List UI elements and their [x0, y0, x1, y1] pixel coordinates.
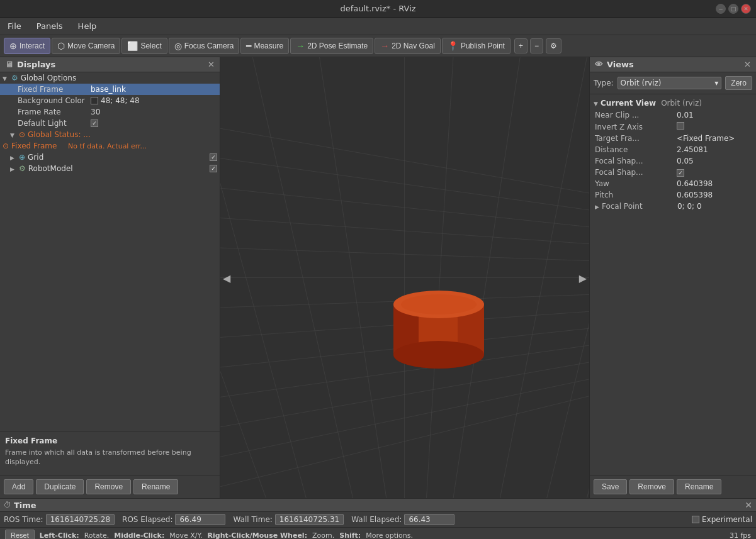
pitch-value: 0.605398 [677, 191, 751, 199]
robot-model-item[interactable]: ⚙ RobotModel ✓ [0, 163, 220, 174]
distance-row[interactable]: Distance 2.45081 [590, 144, 756, 155]
target-frame-row[interactable]: Target Fra... <Fixed Frame> [590, 133, 756, 144]
add-toolbar-button[interactable]: + [514, 38, 528, 53]
2d-nav-icon: → [380, 41, 389, 51]
remove-toolbar-button[interactable]: − [530, 38, 543, 53]
fixed-frame-row[interactable]: Fixed Frame base_link [0, 84, 220, 95]
fixed-frame-value: base_link [91, 85, 217, 94]
move-camera-button[interactable]: ⬡ Move Camera [52, 38, 120, 54]
grid-expand[interactable] [10, 154, 18, 161]
save-view-button[interactable]: Save [594, 479, 627, 494]
yaw-row[interactable]: Yaw 0.640398 [590, 178, 756, 189]
info-title: Fixed Frame [5, 436, 215, 445]
experimental-checkbox[interactable] [692, 516, 699, 523]
focal-shape2-label: Focal Shap... [595, 168, 677, 177]
maximize-button[interactable]: □ [728, 4, 738, 14]
rename-button[interactable]: Rename [133, 479, 178, 494]
2d-pose-button[interactable]: → 2D Pose Estimate [290, 38, 373, 54]
background-color-row[interactable]: Background Color 48; 48; 48 [0, 95, 220, 106]
remove-button[interactable]: Remove [86, 479, 131, 494]
reset-button[interactable]: Reset [5, 530, 35, 539]
focal-shape1-value: 0.05 [677, 157, 751, 165]
views-close-button[interactable]: ✕ [744, 60, 751, 69]
background-color-label: Background Color [3, 96, 91, 105]
viewport-arrow-right[interactable]: ▶ [579, 272, 587, 284]
frame-rate-label: Frame Rate [3, 108, 91, 116]
yaw-label: Yaw [595, 179, 677, 188]
interact-button[interactable]: ⊕ Interact [4, 38, 50, 54]
publish-point-button[interactable]: 📍 Publish Point [442, 38, 511, 54]
timebar-close-button[interactable]: ✕ [745, 500, 752, 510]
displays-close-button[interactable]: ✕ [208, 60, 215, 69]
views-zero-button[interactable]: Zero [725, 76, 752, 90]
fixed-frame-child-icon: ⊙ [3, 142, 9, 150]
measure-button[interactable]: ━ Measure [240, 38, 289, 54]
distance-label: Distance [595, 145, 677, 154]
displays-title: Displays [17, 60, 55, 69]
robot-model-expand[interactable] [10, 165, 18, 172]
menu-help[interactable]: Help [76, 20, 99, 32]
viewport[interactable]: ◀ ▶ [220, 57, 589, 498]
focal-point-expand[interactable] [595, 202, 599, 211]
global-status-item[interactable]: ⊙ Global Status: ... [0, 129, 220, 140]
global-options-item[interactable]: ⚙ Global Options [0, 72, 220, 84]
grid-overlay [220, 57, 589, 498]
ros-elapsed-section: ROS Elapsed: 66.49 [122, 514, 225, 525]
menu-panels[interactable]: Panels [34, 20, 65, 32]
chevron-down-icon: ▾ [714, 79, 718, 87]
wall-elapsed-label: Wall Elapsed: [351, 515, 402, 524]
default-light-row[interactable]: Default Light ✓ [0, 118, 220, 129]
fixed-frame-child-row[interactable]: ⊙ Fixed Frame No tf data. Actual err... [0, 140, 220, 152]
svg-point-31 [401, 294, 477, 314]
views-type-row: Type: Orbit (rviz) ▾ Zero [590, 72, 756, 94]
focal-shape2-checkbox[interactable]: ✓ [677, 169, 684, 177]
invert-z-row[interactable]: Invert Z Axis [590, 121, 756, 133]
close-button[interactable]: ✕ [741, 4, 751, 14]
ros-elapsed-value: 66.49 [175, 514, 225, 525]
menubar: File Panels Help [0, 18, 756, 35]
select-button[interactable]: ⬜ Select [121, 38, 167, 54]
duplicate-button[interactable]: Duplicate [36, 479, 84, 494]
focal-point-row[interactable]: Focal Point 0; 0; 0 [590, 201, 756, 212]
time-title: Time [14, 501, 37, 510]
current-view-type: Orbit (rviz) [661, 99, 702, 108]
add-button[interactable]: Add [4, 479, 33, 494]
default-light-checkbox[interactable]: ✓ [91, 119, 98, 127]
views-type-select[interactable]: Orbit (rviz) ▾ [618, 77, 722, 89]
focus-camera-button[interactable]: ◎ Focus Camera [169, 38, 240, 54]
shift-label: Shift: [339, 531, 361, 540]
settings-toolbar-button[interactable]: ⚙ [546, 38, 561, 53]
invert-z-checkbox[interactable] [677, 122, 684, 130]
global-status-expand[interactable] [10, 131, 18, 138]
fps-display: 31 fps [730, 531, 751, 540]
grid-label: Grid [28, 153, 210, 162]
minimize-button[interactable]: − [716, 4, 726, 14]
titlebar: default.rviz* - RViz − □ ✕ [0, 0, 756, 18]
remove-view-button[interactable]: Remove [629, 479, 674, 494]
grid-icon: ⊕ [19, 153, 25, 162]
rename-view-button[interactable]: Rename [677, 479, 721, 494]
viewport-arrow-left[interactable]: ◀ [223, 272, 230, 284]
grid-checkbox[interactable]: ✓ [210, 153, 217, 161]
robot-model-checkbox[interactable]: ✓ [210, 165, 217, 172]
wall-elapsed-section: Wall Elapsed: 66.43 [351, 514, 454, 525]
left-click-action: Rotate. [84, 531, 110, 540]
pitch-row[interactable]: Pitch 0.605398 [590, 189, 756, 201]
near-clip-row[interactable]: Near Clip ... 0.01 [590, 109, 756, 121]
robot-model-icon: ⚙ [19, 164, 26, 173]
focal-shape2-row[interactable]: Focal Shap... ✓ [590, 167, 756, 178]
current-view-header: Current View Orbit (rviz) [590, 97, 756, 109]
2d-nav-button[interactable]: → 2D Nav Goal [375, 38, 441, 54]
grid-item[interactable]: ⊕ Grid ✓ [0, 152, 220, 163]
menu-file[interactable]: File [5, 20, 24, 32]
frame-rate-row[interactable]: Frame Rate 30 [0, 106, 220, 118]
time-row: ROS Time: 1616140725.28 ROS Elapsed: 66.… [0, 511, 756, 527]
current-view-expand[interactable] [594, 99, 598, 108]
main-area: 🖥 Displays ✕ ⚙ Global Options Fixed Fram… [0, 57, 756, 498]
global-options-expand[interactable] [3, 75, 10, 82]
focal-shape1-row[interactable]: Focal Shap... 0.05 [590, 155, 756, 167]
robot-model-label: RobotModel [28, 164, 210, 173]
near-clip-label: Near Clip ... [595, 111, 677, 119]
views-header: 👁 Views ✕ [590, 57, 756, 72]
publish-point-icon: 📍 [448, 41, 458, 51]
